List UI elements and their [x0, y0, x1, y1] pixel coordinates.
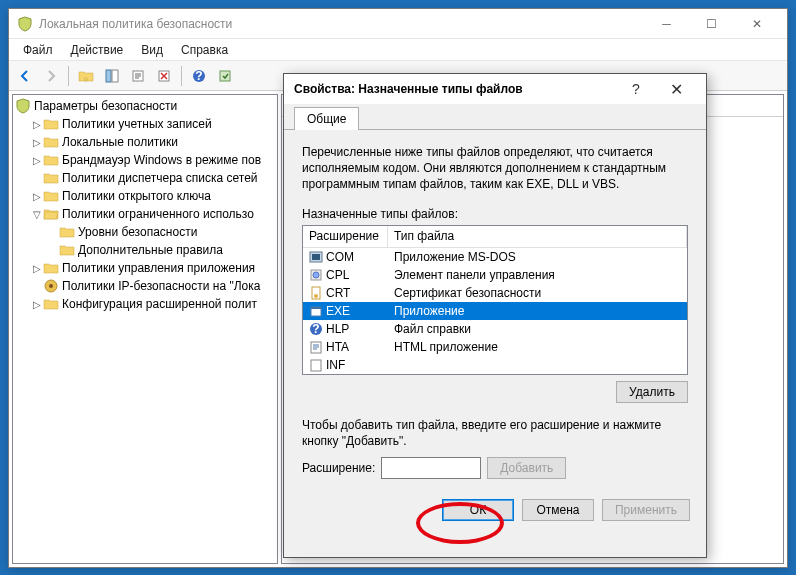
extension-input[interactable] — [381, 457, 481, 479]
folder-icon — [43, 260, 59, 276]
tree-item[interactable]: ▷Политики учетных записей — [15, 115, 275, 133]
filetype-icon — [309, 304, 323, 318]
dialog-titlebar[interactable]: Свойства: Назначенные типы файлов ? ✕ — [284, 74, 706, 104]
folder-icon — [43, 152, 59, 168]
filetype-icon — [309, 286, 323, 300]
help-button[interactable]: ? — [187, 64, 211, 88]
properties-dialog: Свойства: Назначенные типы файлов ? ✕ Об… — [283, 73, 707, 558]
dialog-title: Свойства: Назначенные типы файлов — [294, 82, 616, 96]
filetype-icon — [309, 268, 323, 282]
add-button[interactable]: Добавить — [487, 457, 566, 479]
expand-icon[interactable]: ▷ — [31, 137, 43, 148]
tree-item[interactable]: ▷Локальные политики — [15, 133, 275, 151]
tree-item[interactable]: ▷Политики открытого ключа — [15, 187, 275, 205]
menu-file[interactable]: Файл — [15, 41, 61, 59]
ext-value: HLP — [326, 322, 349, 336]
tree-item[interactable]: Политики IP-безопасности на "Лока — [15, 277, 275, 295]
filetype-icon — [309, 340, 323, 354]
file-type-row[interactable]: INF — [303, 356, 687, 374]
tabstrip: Общие — [284, 104, 706, 130]
ext-value: INF — [326, 358, 345, 372]
tree-root[interactable]: Параметры безопасности — [15, 97, 275, 115]
tree-item[interactable]: ▷Конфигурация расширенной полит — [15, 295, 275, 313]
toolbar-x-button[interactable] — [152, 64, 176, 88]
minimize-button[interactable]: ─ — [644, 9, 689, 39]
expand-icon[interactable]: ▷ — [31, 191, 43, 202]
type-value: HTML приложение — [394, 340, 498, 354]
ext-value: CRT — [326, 286, 350, 300]
add-description: Чтобы добавить тип файла, введите его ра… — [302, 417, 688, 449]
close-button[interactable]: ✕ — [734, 9, 779, 39]
ext-value: CPL — [326, 268, 349, 282]
svg-rect-6 — [220, 71, 230, 81]
expand-icon[interactable]: ▷ — [31, 263, 43, 274]
ipsec-icon — [43, 278, 59, 294]
tab-general[interactable]: Общие — [294, 107, 359, 130]
menu-action[interactable]: Действие — [63, 41, 132, 59]
menubar: Файл Действие Вид Справка — [9, 39, 787, 61]
ok-button[interactable]: ОК — [442, 499, 514, 521]
app-icon — [17, 16, 33, 32]
properties-button[interactable] — [100, 64, 124, 88]
ext-value: COM — [326, 250, 354, 264]
expand-icon[interactable]: ▷ — [31, 299, 43, 310]
expand-icon[interactable]: ▷ — [31, 155, 43, 166]
svg-point-8 — [49, 284, 53, 288]
dialog-close-button[interactable]: ✕ — [656, 74, 696, 104]
tree-subitem[interactable]: Дополнительные правила — [15, 241, 275, 259]
filetype-icon — [309, 358, 323, 372]
window-title: Локальная политика безопасности — [39, 17, 644, 31]
folder-open-icon — [43, 206, 59, 222]
filetype-icon — [309, 250, 323, 264]
extension-label: Расширение: — [302, 461, 375, 475]
svg-rect-16 — [312, 254, 320, 260]
toolbar-separator — [181, 66, 182, 86]
folder-icon — [43, 134, 59, 150]
type-value: Элемент панели управления — [394, 268, 555, 282]
back-button[interactable] — [13, 64, 37, 88]
file-type-row[interactable]: CRTСертификат безопасности — [303, 284, 687, 302]
ext-value: EXE — [326, 304, 350, 318]
svg-rect-0 — [106, 70, 111, 82]
svg-rect-1 — [112, 70, 118, 82]
file-type-row[interactable]: HTAHTML приложение — [303, 338, 687, 356]
tree-item[interactable]: Политики диспетчера списка сетей — [15, 169, 275, 187]
expand-icon[interactable]: ▷ — [31, 119, 43, 130]
file-types-label: Назначенные типы файлов: — [302, 207, 688, 221]
file-list-header: Расширение Тип файла — [303, 226, 687, 248]
type-value: Приложение — [394, 304, 464, 318]
file-types-list[interactable]: Расширение Тип файла COMПриложение MS-DO… — [302, 225, 688, 375]
type-value: Файл справки — [394, 322, 471, 336]
dialog-help-button[interactable]: ? — [616, 74, 656, 104]
type-value: Сертификат безопасности — [394, 286, 541, 300]
tree-item-expanded[interactable]: ▽Политики ограниченного использо — [15, 205, 275, 223]
file-type-row[interactable]: ?HLPФайл справки — [303, 320, 687, 338]
tree-item[interactable]: ▷Брандмауэр Windows в режиме пов — [15, 151, 275, 169]
cancel-button[interactable]: Отмена — [522, 499, 594, 521]
tree-item[interactable]: ▷Политики управления приложения — [15, 259, 275, 277]
file-type-row[interactable]: CPLЭлемент панели управления — [303, 266, 687, 284]
col-filetype[interactable]: Тип файла — [388, 226, 687, 247]
collapse-icon[interactable]: ▽ — [31, 209, 43, 220]
apply-button[interactable]: Применить — [602, 499, 690, 521]
refresh-button[interactable] — [213, 64, 237, 88]
menu-help[interactable]: Справка — [173, 41, 236, 59]
tree-panel[interactable]: Параметры безопасности ▷Политики учетных… — [12, 94, 278, 564]
export-button[interactable] — [126, 64, 150, 88]
folder-icon — [59, 224, 75, 240]
folder-icon — [43, 116, 59, 132]
folder-icon — [43, 170, 59, 186]
file-type-row[interactable]: EXEПриложение — [303, 302, 687, 320]
tree-subitem[interactable]: Уровни безопасности — [15, 223, 275, 241]
delete-button[interactable]: Удалить — [616, 381, 688, 403]
col-extension[interactable]: Расширение — [303, 226, 388, 247]
menu-view[interactable]: Вид — [133, 41, 171, 59]
up-button[interactable] — [74, 64, 98, 88]
titlebar: Локальная политика безопасности ─ ☐ ✕ — [9, 9, 787, 39]
folder-icon — [59, 242, 75, 258]
dialog-description: Перечисленные ниже типы файлов определяю… — [302, 144, 688, 193]
svg-text:?: ? — [195, 69, 202, 83]
file-type-row[interactable]: COMПриложение MS-DOS — [303, 248, 687, 266]
forward-button[interactable] — [39, 64, 63, 88]
maximize-button[interactable]: ☐ — [689, 9, 734, 39]
